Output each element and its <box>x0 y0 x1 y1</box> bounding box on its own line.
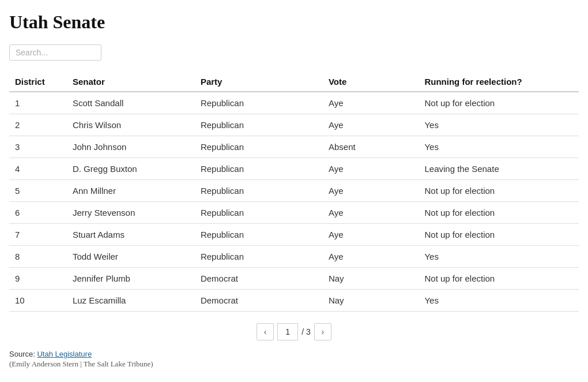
cell-running: Not up for election <box>419 202 579 224</box>
cell-vote: Aye <box>323 246 419 268</box>
cell-district: 9 <box>9 268 67 290</box>
table-row: 5Ann MillnerRepublicanAyeNot up for elec… <box>9 180 579 202</box>
cell-district: 8 <box>9 246 67 268</box>
cell-vote: Aye <box>323 158 419 180</box>
cell-party: Democrat <box>195 268 323 290</box>
current-page-input[interactable] <box>277 323 298 340</box>
cell-running: Yes <box>419 246 579 268</box>
page-total: / 3 <box>301 327 311 336</box>
table-row: 4D. Gregg BuxtonRepublicanAyeLeaving the… <box>9 158 579 180</box>
table-row: 2Chris WilsonRepublicanAyeYes <box>9 114 579 136</box>
cell-senator: D. Gregg Buxton <box>67 158 195 180</box>
cell-running: Not up for election <box>419 180 579 202</box>
cell-party: Republican <box>195 92 323 114</box>
cell-vote: Nay <box>323 290 419 312</box>
cell-party: Republican <box>195 202 323 224</box>
cell-running: Yes <box>419 290 579 312</box>
cell-running: Leaving the Senate <box>419 158 579 180</box>
cell-vote: Aye <box>323 202 419 224</box>
cell-party: Republican <box>195 180 323 202</box>
cell-district: 2 <box>9 114 67 136</box>
col-header-district: District <box>9 72 67 92</box>
cell-vote: Nay <box>323 268 419 290</box>
source-credit: (Emily Anderson Stern | The Salt Lake Tr… <box>9 359 579 369</box>
cell-senator: Jerry Stevenson <box>67 202 195 224</box>
cell-party: Republican <box>195 158 323 180</box>
cell-vote: Aye <box>323 224 419 246</box>
search-input[interactable] <box>9 44 101 61</box>
cell-senator: Ann Millner <box>67 180 195 202</box>
cell-district: 6 <box>9 202 67 224</box>
cell-party: Republican <box>195 114 323 136</box>
senators-table: District Senator Party Vote Running for … <box>9 72 579 312</box>
cell-senator: Todd Weiler <box>67 246 195 268</box>
cell-vote: Aye <box>323 114 419 136</box>
cell-senator: Luz Escamilla <box>67 290 195 312</box>
cell-party: Republican <box>195 136 323 158</box>
cell-vote: Absent <box>323 136 419 158</box>
cell-district: 10 <box>9 290 67 312</box>
cell-vote: Aye <box>323 180 419 202</box>
cell-party: Republican <box>195 246 323 268</box>
page-title: Utah Senate <box>9 12 579 33</box>
cell-district: 5 <box>9 180 67 202</box>
table-row: 10Luz EscamillaDemocratNayYes <box>9 290 579 312</box>
table-row: 9Jennifer PlumbDemocratNayNot up for ele… <box>9 268 579 290</box>
cell-senator: Stuart Adams <box>67 224 195 246</box>
cell-party: Democrat <box>195 290 323 312</box>
cell-senator: Chris Wilson <box>67 114 195 136</box>
cell-running: Not up for election <box>419 92 579 114</box>
cell-senator: Scott Sandall <box>67 92 195 114</box>
col-header-vote: Vote <box>323 72 419 92</box>
cell-vote: Aye <box>323 92 419 114</box>
next-page-button[interactable]: › <box>314 323 331 340</box>
search-container <box>9 44 579 61</box>
cell-district: 1 <box>9 92 67 114</box>
table-row: 1Scott SandallRepublicanAyeNot up for el… <box>9 92 579 114</box>
cell-running: Not up for election <box>419 224 579 246</box>
cell-party: Republican <box>195 224 323 246</box>
cell-running: Not up for election <box>419 268 579 290</box>
cell-senator: Jennifer Plumb <box>67 268 195 290</box>
cell-district: 7 <box>9 224 67 246</box>
cell-district: 3 <box>9 136 67 158</box>
source-line: Source: Utah Legislature <box>9 350 579 358</box>
table-row: 6Jerry StevensonRepublicanAyeNot up for … <box>9 202 579 224</box>
col-header-senator: Senator <box>67 72 195 92</box>
cell-senator: John Johnson <box>67 136 195 158</box>
source-label: Source: <box>9 350 35 358</box>
pagination: ‹ / 3 › <box>9 323 579 340</box>
table-row: 8Todd WeilerRepublicanAyeYes <box>9 246 579 268</box>
source-link[interactable]: Utah Legislature <box>37 350 92 358</box>
table-row: 3John JohnsonRepublicanAbsentYes <box>9 136 579 158</box>
cell-district: 4 <box>9 158 67 180</box>
col-header-party: Party <box>195 72 323 92</box>
cell-running: Yes <box>419 136 579 158</box>
col-header-running: Running for reelection? <box>419 72 579 92</box>
prev-page-button[interactable]: ‹ <box>257 323 274 340</box>
table-header-row: District Senator Party Vote Running for … <box>9 72 579 92</box>
table-row: 7Stuart AdamsRepublicanAyeNot up for ele… <box>9 224 579 246</box>
cell-running: Yes <box>419 114 579 136</box>
